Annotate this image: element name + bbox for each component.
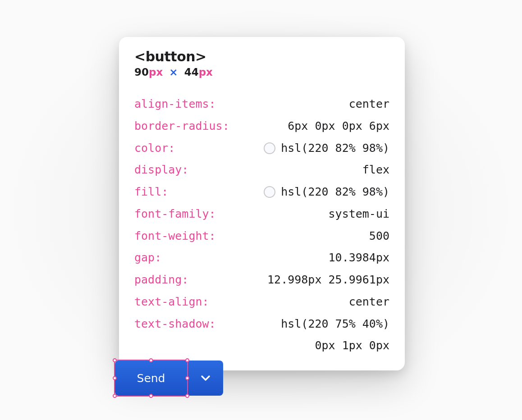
css-prop-value: 6px 0px 0px 6px bbox=[288, 115, 389, 137]
css-prop-value: center bbox=[349, 93, 389, 115]
color-swatch-icon bbox=[264, 186, 275, 198]
element-dimensions: 90px × 44px bbox=[134, 66, 389, 78]
css-prop-key: display bbox=[134, 159, 188, 181]
css-prop-value-line2: 0px 1px 0px bbox=[315, 335, 389, 357]
css-property-row: align-items center bbox=[134, 93, 389, 115]
css-prop-value: hsl(220 82% 98%) bbox=[264, 181, 389, 203]
send-button[interactable]: Send bbox=[115, 361, 187, 396]
css-prop-key: text-shadow bbox=[134, 313, 216, 335]
css-property-row: font-family system-ui bbox=[134, 203, 389, 225]
css-property-row: font-weight 500 bbox=[134, 225, 389, 247]
css-prop-key: text-align bbox=[134, 291, 209, 313]
css-inspector-tooltip: <button> 90px × 44px align-items center … bbox=[119, 37, 405, 370]
css-prop-value: hsl(220 75% 40%) 0px 1px 0px bbox=[281, 313, 389, 357]
css-prop-value: center bbox=[349, 291, 389, 313]
css-property-row: display flex bbox=[134, 159, 389, 181]
css-prop-key: fill bbox=[134, 181, 168, 203]
css-property-row: border-radius 6px 0px 0px 6px bbox=[134, 115, 389, 137]
css-property-row: color hsl(220 82% 98%) bbox=[134, 137, 389, 160]
dimension-unit-w: px bbox=[149, 66, 163, 78]
css-prop-key: border-radius bbox=[134, 115, 229, 137]
css-property-row: text-shadow hsl(220 75% 40%) 0px 1px 0px bbox=[134, 313, 389, 357]
css-prop-key: font-weight bbox=[134, 225, 216, 247]
css-prop-value: flex bbox=[362, 159, 389, 181]
chevron-down-icon bbox=[201, 375, 211, 381]
split-button-group: Send bbox=[115, 361, 223, 396]
dimension-unit-h: px bbox=[199, 66, 213, 78]
dimension-separator: × bbox=[166, 66, 180, 78]
css-prop-key: align-items bbox=[134, 93, 216, 115]
css-prop-key: padding bbox=[134, 269, 188, 291]
css-property-row: fill hsl(220 82% 98%) bbox=[134, 181, 389, 203]
css-prop-value: 12.998px 25.9961px bbox=[267, 269, 389, 291]
css-property-row: padding 12.998px 25.9961px bbox=[134, 269, 389, 291]
css-prop-value: 10.3984px bbox=[329, 247, 389, 269]
css-prop-value-text: hsl(220 82% 98%) bbox=[281, 181, 389, 203]
css-prop-value: system-ui bbox=[329, 203, 389, 225]
color-swatch-icon bbox=[264, 142, 275, 154]
send-dropdown-button[interactable] bbox=[188, 361, 223, 396]
css-prop-key: font-family bbox=[134, 203, 216, 225]
dimension-height: 44 bbox=[184, 66, 199, 78]
element-tag: <button> bbox=[134, 49, 389, 64]
css-prop-value-text: hsl(220 82% 98%) bbox=[281, 137, 389, 160]
css-prop-key: gap bbox=[134, 247, 161, 269]
css-property-row: gap 10.3984px bbox=[134, 247, 389, 269]
css-prop-value: hsl(220 82% 98%) bbox=[264, 137, 389, 160]
css-prop-value: 500 bbox=[369, 225, 389, 247]
dimension-width: 90 bbox=[134, 66, 149, 78]
css-prop-key: color bbox=[134, 137, 175, 160]
css-property-row: text-align center bbox=[134, 291, 389, 313]
css-prop-value-line1: hsl(220 75% 40%) bbox=[281, 313, 389, 335]
css-property-list: align-items center border-radius 6px 0px… bbox=[134, 93, 389, 357]
send-button-label: Send bbox=[137, 372, 165, 385]
